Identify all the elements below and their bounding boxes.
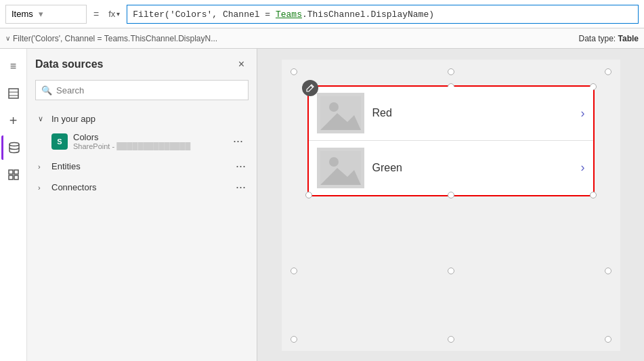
handle-tm xyxy=(448,68,454,75)
add-icon-btn[interactable]: + xyxy=(1,108,26,133)
gallery-handle-br xyxy=(590,192,597,198)
outer-handle-br xyxy=(605,336,611,343)
fx-button[interactable]: fx ▾ xyxy=(106,9,123,19)
panel-header: Data sources × xyxy=(35,57,249,72)
canvas-inner: Red › Green › xyxy=(282,60,620,351)
database-icon xyxy=(8,142,20,154)
component-icon xyxy=(7,169,20,181)
colors-info: Colors SharePoint - ██████████████ xyxy=(73,132,228,150)
search-icon: 🔍 xyxy=(41,85,52,95)
main-layout: ≡ + xyxy=(0,49,644,361)
image-placeholder-icon-1 xyxy=(320,151,361,185)
panel-title: Data sources xyxy=(35,58,104,70)
gallery-widget[interactable]: Red › Green › xyxy=(307,85,595,196)
pencil-icon xyxy=(306,84,314,92)
layers-icon-btn[interactable] xyxy=(1,81,26,106)
svg-point-13 xyxy=(329,157,339,167)
formula-teams-highlight: Teams xyxy=(276,9,302,20)
svg-rect-5 xyxy=(14,170,18,174)
hamburger-icon: ≡ xyxy=(10,60,16,72)
gallery-item-label-1: Green xyxy=(372,162,573,174)
tree-section-in-your-app: ∨ In your app S Colors SharePoint - ████… xyxy=(35,110,249,154)
data-type-value: Table xyxy=(618,34,639,43)
colors-icon-text: S xyxy=(57,137,62,146)
gallery-item-1[interactable]: Green › xyxy=(309,141,593,195)
gallery-container: Red › Green › xyxy=(294,72,608,271)
section-label-connectors: Connectors xyxy=(51,182,96,192)
gallery-handle-bm xyxy=(448,192,454,198)
svg-rect-0 xyxy=(9,89,18,98)
tree-children-in-your-app: S Colors SharePoint - ██████████████ ··· xyxy=(35,128,249,154)
formula-input[interactable]: Filter('Colors', Channel = Teams.ThisCha… xyxy=(127,5,639,24)
handle-tr xyxy=(605,68,611,75)
sub-bar-chevron: ∨ xyxy=(5,35,10,42)
formula-bar: Items ▾ = fx ▾ Filter('Colors', Channel … xyxy=(0,0,644,28)
data-type-label: Data type: xyxy=(579,34,616,43)
formula-suffix: .ThisChannel.DisplayName) xyxy=(302,9,434,20)
svg-point-3 xyxy=(9,143,19,146)
database-icon-btn[interactable] xyxy=(1,135,26,160)
gallery-handle-bl xyxy=(305,192,312,198)
gallery-item-label-0: Red xyxy=(372,107,573,119)
colors-name: Colors xyxy=(73,132,228,142)
sub-bar-preview: Filter('Colors', Channel = Teams.ThisCha… xyxy=(13,34,217,43)
svg-rect-4 xyxy=(9,170,13,174)
gallery-item-0[interactable]: Red › xyxy=(309,87,593,141)
layers-icon xyxy=(7,87,20,100)
section-label-in-your-app: In your app xyxy=(51,114,95,124)
name-field-value: Items xyxy=(12,9,33,19)
canvas-area: Red › Green › xyxy=(257,49,644,361)
handle-bm xyxy=(448,268,454,274)
colors-sub: SharePoint - ██████████████ xyxy=(73,142,228,150)
svg-point-10 xyxy=(329,102,339,112)
add-icon: + xyxy=(9,113,18,129)
tree-section-entities: › Entities ··· xyxy=(35,157,249,175)
sub-bar-datatype: Data type: Table xyxy=(579,34,639,43)
svg-rect-7 xyxy=(14,175,18,179)
outer-handle-bm xyxy=(448,336,454,343)
edit-icon xyxy=(302,80,318,96)
gallery-item-chevron-0: › xyxy=(581,106,585,121)
entities-dots[interactable]: ··· xyxy=(236,161,246,171)
handle-br xyxy=(605,268,611,274)
tree-section-connectors: › Connectors ··· xyxy=(35,178,249,196)
panel-close-button[interactable]: × xyxy=(234,57,249,72)
colors-dots[interactable]: ··· xyxy=(233,136,243,146)
handle-bl xyxy=(291,268,297,274)
handle-tl xyxy=(291,68,297,75)
svg-rect-6 xyxy=(9,175,13,179)
gallery-img-0 xyxy=(317,93,364,133)
bottom-handles xyxy=(294,336,608,343)
search-box: 🔍 xyxy=(35,80,249,100)
outer-handle-bl xyxy=(291,336,297,343)
fx-label: fx xyxy=(108,9,115,19)
connectors-dots[interactable]: ··· xyxy=(236,182,246,192)
section-header-entities[interactable]: › Entities ··· xyxy=(35,157,249,175)
chevron-connectors: › xyxy=(38,184,47,192)
equals-sign: = xyxy=(91,9,102,20)
fx-chevron: ▾ xyxy=(116,10,120,18)
gallery-item-chevron-1: › xyxy=(581,161,585,175)
image-placeholder-icon-0 xyxy=(320,96,361,130)
sub-bar: ∨ Filter('Colors', Channel = Teams.ThisC… xyxy=(0,28,644,49)
chevron-entities: › xyxy=(38,163,47,171)
name-field[interactable]: Items ▾ xyxy=(5,5,87,24)
formula-prefix: Filter('Colors', Channel = xyxy=(133,9,276,20)
search-input[interactable] xyxy=(56,85,242,95)
chevron-in-your-app: ∨ xyxy=(38,114,47,123)
component-icon-btn[interactable] xyxy=(1,163,26,187)
colors-icon: S xyxy=(51,133,68,150)
section-label-entities: Entities xyxy=(51,161,81,171)
tree-item-colors[interactable]: S Colors SharePoint - ██████████████ ··· xyxy=(46,128,249,154)
section-header-in-your-app[interactable]: ∨ In your app xyxy=(35,110,249,128)
data-sources-panel: Data sources × 🔍 ∨ In your app S Colors xyxy=(27,49,257,361)
sub-bar-formula: ∨ Filter('Colors', Channel = Teams.ThisC… xyxy=(5,34,217,43)
gallery-img-1 xyxy=(317,148,364,188)
section-header-connectors[interactable]: › Connectors ··· xyxy=(35,178,249,196)
hamburger-icon-btn[interactable]: ≡ xyxy=(1,54,26,79)
sidebar-icons: ≡ + xyxy=(0,49,27,361)
